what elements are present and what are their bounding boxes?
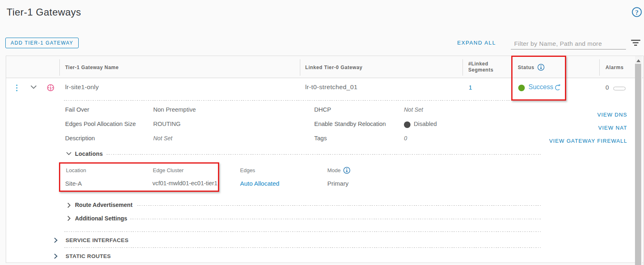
svg-text:1: 1	[50, 86, 52, 90]
svg-text:?: ?	[635, 9, 639, 16]
